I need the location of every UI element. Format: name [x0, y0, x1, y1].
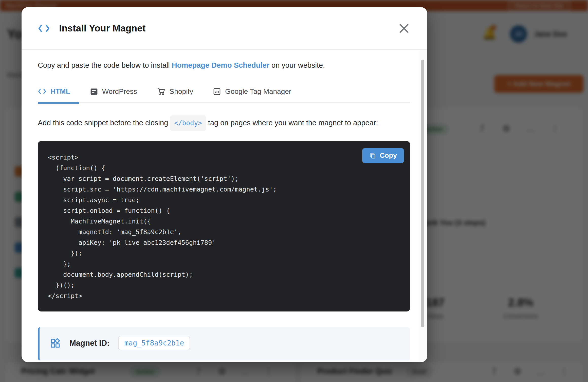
copy-label: Copy	[380, 152, 397, 160]
modal-body: Copy and paste the code below to install…	[22, 61, 427, 360]
instruction-text: Add this code snippet before the closing…	[38, 115, 398, 131]
copy-icon	[369, 152, 376, 159]
tag-manager-icon	[213, 88, 221, 96]
modal-header: Install Your Magnet	[22, 7, 427, 50]
widgets-icon	[50, 338, 61, 349]
tab-html[interactable]: HTML	[38, 87, 79, 104]
magnet-name-link[interactable]: Homepage Demo Scheduler	[172, 61, 269, 69]
instruction-after: tag on pages where you want the magnet t…	[208, 119, 378, 127]
install-magnet-modal: Install Your Magnet Copy and paste the c…	[22, 7, 427, 362]
tab-label: WordPress	[102, 88, 137, 96]
tab-wordpress[interactable]: WordPress	[90, 87, 146, 102]
tab-label: HTML	[50, 87, 70, 95]
screen: MachFive Magnet Return to Main Site Your…	[0, 0, 588, 382]
intro-text: Copy and paste the code below to install…	[38, 61, 402, 70]
magnet-id-panel: Magnet ID: mag_5f8a9c2b1e	[38, 327, 410, 360]
copy-button[interactable]: Copy	[362, 148, 404, 163]
code-icon	[38, 23, 50, 33]
modal-scrollbar[interactable]	[419, 50, 427, 362]
code-content: <script> (function() { var script = docu…	[48, 152, 400, 301]
tab-label: Google Tag Manager	[225, 88, 291, 96]
code-snippet-block: <script> (function() { var script = docu…	[38, 141, 410, 311]
scrollbar-thumb[interactable]	[421, 60, 424, 327]
install-method-tabs: HTML WordPress	[38, 87, 410, 103]
close-icon[interactable]	[397, 22, 411, 35]
intro-prefix: Copy and paste the code below to install	[38, 61, 172, 69]
magnet-id-label: Magnet ID:	[69, 339, 109, 348]
instruction-before: Add this code snippet before the closing	[38, 119, 168, 127]
intro-suffix: on your website.	[269, 61, 325, 69]
tab-google-tag-manager[interactable]: Google Tag Manager	[213, 87, 300, 102]
modal-title: Install Your Magnet	[59, 23, 146, 34]
wordpress-icon	[90, 88, 98, 96]
tab-shopify[interactable]: Shopify	[157, 87, 202, 102]
body-tag-chip: </body>	[170, 115, 206, 131]
tab-label: Shopify	[170, 88, 193, 96]
magnet-id-value[interactable]: mag_5f8a9c2b1e	[118, 336, 190, 350]
cart-icon	[157, 87, 166, 96]
code-icon	[38, 88, 46, 95]
